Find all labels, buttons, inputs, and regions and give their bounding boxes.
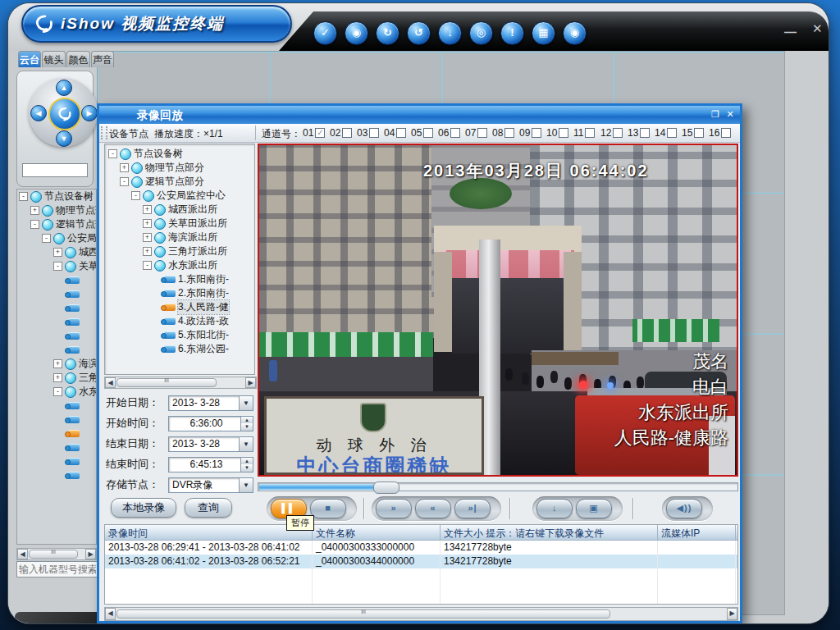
- ptz-left-icon[interactable]: ◀: [30, 105, 47, 121]
- scroll-right-icon[interactable]: ▶: [727, 608, 737, 620]
- download-icon[interactable]: ↓: [438, 21, 462, 45]
- ptz-up-icon[interactable]: ▲: [56, 80, 72, 96]
- channel-03-checkbox[interactable]: [369, 128, 379, 138]
- tree-item[interactable]: +三角圩派出所: [17, 371, 96, 385]
- tree-item[interactable]: [17, 329, 96, 343]
- end-time-spinner[interactable]: 6:45:13▲▼: [168, 457, 253, 472]
- tree-item[interactable]: [17, 413, 96, 427]
- start-time-spinner[interactable]: 6:36:00▲▼: [168, 416, 253, 431]
- ptz-preset-input[interactable]: [22, 163, 88, 177]
- volume-button[interactable]: ◀)): [666, 499, 702, 518]
- channel-04-checkbox[interactable]: [396, 128, 406, 138]
- spin-up-icon[interactable]: ▲: [241, 458, 253, 465]
- channel-07-checkbox[interactable]: [477, 128, 487, 138]
- sidebar-hscrollbar[interactable]: ◀ ▶: [16, 548, 97, 560]
- ptz-right-icon[interactable]: ▶: [81, 105, 98, 121]
- dropdown-arrow-icon[interactable]: ▼: [239, 396, 253, 410]
- verify-icon[interactable]: ✓: [313, 21, 337, 45]
- channel-14-checkbox[interactable]: [667, 128, 677, 138]
- snapshot-button[interactable]: ▣: [576, 499, 612, 518]
- ptz-center-button[interactable]: [48, 98, 81, 130]
- channel-11-checkbox[interactable]: [585, 128, 595, 138]
- tree-item[interactable]: [17, 441, 96, 454]
- col-file-size[interactable]: 文件大小 提示：请右键下载录像文件: [441, 525, 658, 540]
- query-button[interactable]: 查询: [185, 498, 232, 518]
- scroll-left-icon[interactable]: ◀: [17, 549, 28, 559]
- refresh-icon[interactable]: ↻: [376, 21, 399, 45]
- download-record-button[interactable]: ↓: [536, 499, 573, 518]
- ptz-down-icon[interactable]: ▼: [56, 130, 72, 147]
- end-date-combo[interactable]: 2013- 3-28▼: [168, 436, 253, 452]
- col-file-name[interactable]: 文件名称: [313, 525, 441, 540]
- channel-16-checkbox[interactable]: [721, 128, 731, 138]
- tree-item[interactable]: [17, 273, 96, 287]
- channel-12-checkbox[interactable]: [613, 128, 623, 138]
- tree-item[interactable]: 2.东阳南街-: [105, 286, 254, 300]
- table-hscrollbar[interactable]: ◀ ▶: [104, 607, 738, 621]
- tree-item[interactable]: -节点设备树: [17, 189, 96, 203]
- tree-item[interactable]: -逻辑节点部分: [105, 175, 254, 189]
- minimize-button[interactable]: —: [784, 25, 797, 39]
- tree-item[interactable]: +城西派出所: [17, 245, 96, 259]
- dialog-close-icon[interactable]: ✕: [724, 108, 737, 121]
- stop-button[interactable]: ■: [310, 499, 346, 518]
- tree-item[interactable]: -节点设备树: [105, 147, 254, 161]
- channel-01-checkbox[interactable]: [315, 128, 325, 138]
- video-player[interactable]: 动 球 外 治 中心台商圈稀缺 2013年03月28日 06:44:02 茂名 …: [258, 144, 738, 477]
- tree-item[interactable]: [17, 315, 96, 329]
- replay-icon[interactable]: ↺: [407, 21, 431, 45]
- channel-13-checkbox[interactable]: [640, 128, 650, 138]
- scroll-left-icon[interactable]: ◀: [105, 608, 116, 620]
- tab-lens[interactable]: 镜头: [42, 51, 66, 67]
- tree-item[interactable]: +三角圩派出所: [105, 244, 254, 258]
- channel-10-checkbox[interactable]: [559, 128, 568, 138]
- rewind-button[interactable]: «: [415, 499, 451, 518]
- table-row[interactable]: 2013-03-28 06:29:41 - 2013-03-28 06:41:0…: [105, 541, 737, 555]
- tree-item[interactable]: [17, 301, 96, 315]
- dropdown-arrow-icon[interactable]: ▼: [239, 437, 253, 451]
- tree-item[interactable]: [17, 454, 96, 468]
- monitor-icon[interactable]: ◎: [469, 21, 493, 45]
- col-stream-ip[interactable]: 流媒体IP: [658, 525, 736, 540]
- channel-08-checkbox[interactable]: [504, 128, 514, 138]
- tree-item[interactable]: +物理节点部分: [105, 161, 254, 175]
- close-button[interactable]: ✕: [812, 21, 823, 36]
- capture-icon[interactable]: ◉: [563, 21, 587, 45]
- playback-progress-slider[interactable]: [258, 482, 738, 491]
- channel-09-checkbox[interactable]: [532, 128, 541, 138]
- tab-ptz[interactable]: 云台: [18, 51, 41, 67]
- tree-item[interactable]: 1.东阳南街-: [105, 272, 254, 286]
- scroll-left-icon[interactable]: ◀: [105, 377, 116, 388]
- alert-icon[interactable]: !: [500, 21, 524, 45]
- tree-item[interactable]: -水东派出所: [17, 385, 96, 399]
- device-search-input[interactable]: [16, 561, 98, 578]
- tab-color[interactable]: 颜色: [66, 51, 90, 67]
- tree-item[interactable]: [17, 468, 96, 482]
- tree-item[interactable]: 5.东阳北街-: [105, 328, 254, 342]
- storage-node-combo[interactable]: DVR录像▼: [168, 477, 253, 493]
- scroll-right-icon[interactable]: ▶: [245, 377, 256, 388]
- table-row-selected[interactable]: 2013-03-28 06:41:02 - 2013-03-28 06:52:2…: [105, 555, 737, 568]
- tree-item[interactable]: 6.东湖公园-: [105, 342, 254, 356]
- tree-item[interactable]: +关草田派出所: [105, 217, 254, 231]
- col-record-time[interactable]: 录像时间: [105, 525, 313, 540]
- spin-up-icon[interactable]: ▲: [241, 417, 253, 424]
- tree-item[interactable]: +物理节点部分: [17, 203, 96, 217]
- step-button[interactable]: »|: [454, 499, 491, 518]
- tree-item[interactable]: +城西派出所: [105, 203, 254, 217]
- tree-item[interactable]: [17, 287, 96, 301]
- channel-15-checkbox[interactable]: [694, 128, 704, 138]
- channel-05-checkbox[interactable]: [423, 128, 433, 138]
- fast-forward-button[interactable]: »: [376, 499, 412, 518]
- camera-icon[interactable]: ◉: [345, 21, 368, 45]
- channel-02-checkbox[interactable]: [342, 128, 352, 138]
- local-record-button[interactable]: 本地录像: [111, 498, 176, 518]
- tree-item[interactable]: +海滨派出所: [17, 357, 96, 371]
- tree-item[interactable]: [17, 343, 96, 357]
- channel-06-checkbox[interactable]: [450, 128, 460, 138]
- scroll-right-icon[interactable]: ▶: [85, 549, 96, 559]
- col-port[interactable]: 端口: [736, 525, 738, 540]
- dropdown-arrow-icon[interactable]: ▼: [239, 478, 253, 492]
- spin-down-icon[interactable]: ▼: [241, 464, 253, 472]
- spin-down-icon[interactable]: ▼: [241, 423, 253, 431]
